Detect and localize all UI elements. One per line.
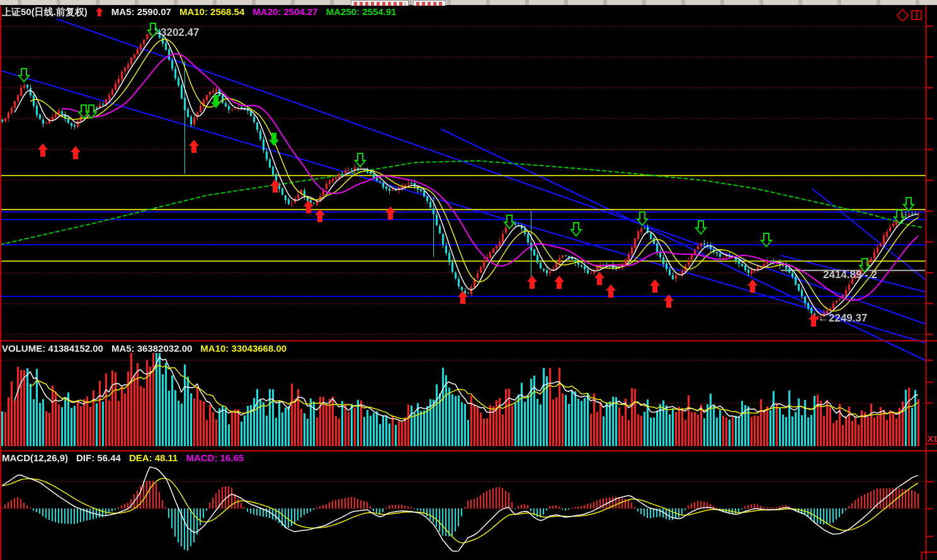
volume-ma10-value: MA10: 33043668.00 [200,343,287,354]
macd-header: MACD(12,26,9)DIF: 56.44DEA: 48.11MACD: 1… [2,452,252,463]
toolbar-red-box-2[interactable] [413,0,446,6]
app-window: 上证50(日线.前复权)MA5: 2590.07MA10: 2568.54MA2… [0,0,937,560]
toolbar-red-box-1[interactable] [351,0,409,6]
main-chart-header: 上证50(日线.前复权)MA5: 2590.07MA10: 2568.54MA2… [2,6,404,18]
volume-ma5-value: MA5: 36382032.00 [111,343,192,354]
peak-price-label: 3202.47 [161,26,199,39]
volume-value: VOLUME: 41384152.00 [2,343,103,354]
symbol-title: 上证50(日线.前复权) [2,6,88,17]
up-arrow-icon [96,8,103,16]
top-toolbar [0,0,937,6]
volume-header: VOLUME: 41384152.00MA5: 36382032.00MA10:… [2,343,295,354]
ma20-value: MA20: 2504.27 [253,6,317,17]
dea-value: DEA: 48.11 [129,452,178,463]
dif-value: DIF: 56.44 [76,452,121,463]
low-price-label: ←2249.37 [818,312,867,325]
ma250-value: MA250: 2554.91 [326,6,397,17]
range-price-label: 2414.89 - 2 [823,269,925,281]
split-pane-icon[interactable] [911,10,922,20]
macd-value: MACD: 16.65 [186,452,244,463]
macd-name: MACD(12,26,9) [2,452,68,463]
chart-canvas[interactable] [0,0,937,560]
ma10-value: MA10: 2568.54 [179,6,244,17]
zoom-scale-label: X1 [928,434,937,444]
ma5-value: MA5: 2590.07 [111,6,171,17]
